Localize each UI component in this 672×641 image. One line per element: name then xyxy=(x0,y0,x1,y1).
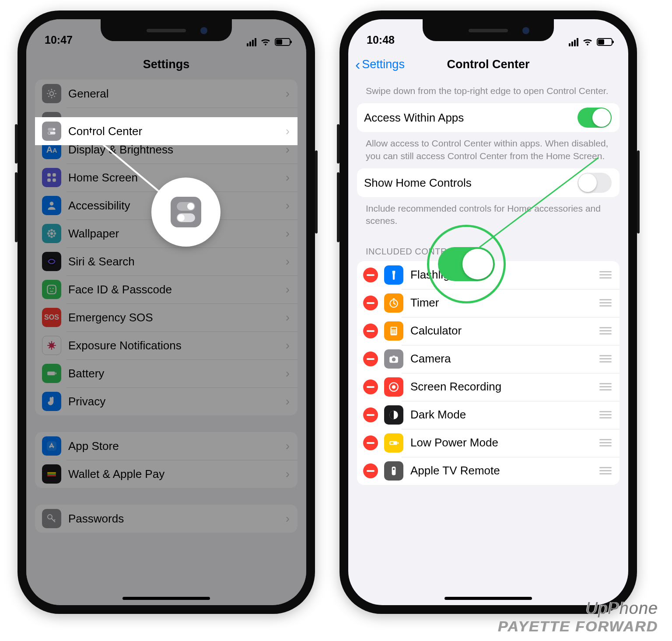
watermark-line2: PAYETTE FORWARD xyxy=(498,618,658,635)
svg-rect-5 xyxy=(47,173,51,177)
remove-button[interactable] xyxy=(363,324,378,338)
settings-row-label: Siri & Search xyxy=(68,255,286,268)
svg-rect-6 xyxy=(52,173,56,177)
svg-point-43 xyxy=(392,332,393,334)
remove-button[interactable] xyxy=(363,408,378,422)
drag-handle-icon[interactable] xyxy=(599,439,612,446)
remove-button[interactable] xyxy=(363,380,378,394)
cellular-icon xyxy=(569,38,578,46)
chevron-right-icon: › xyxy=(286,366,290,380)
flashlight-icon xyxy=(384,265,403,285)
settings-row[interactable]: General› xyxy=(35,80,298,108)
status-time: 10:47 xyxy=(45,34,73,46)
svg-rect-24 xyxy=(47,372,55,376)
settings-row[interactable]: SOSEmergency SOS› xyxy=(35,303,298,331)
battery-icon xyxy=(42,364,61,383)
record-icon xyxy=(384,377,403,397)
svg-point-35 xyxy=(48,132,50,134)
remove-button[interactable] xyxy=(363,268,378,282)
hint-text: Swipe down from the top-right edge to op… xyxy=(357,80,620,103)
drag-handle-icon[interactable] xyxy=(599,355,612,362)
svg-point-49 xyxy=(392,385,396,389)
page-title: Control Center xyxy=(447,58,530,71)
settings-row[interactable]: Control Center› xyxy=(35,117,298,145)
screen-right: 10:48 ‹ Settings Control Center Swipe do… xyxy=(348,19,628,605)
drag-handle-icon[interactable] xyxy=(599,299,612,307)
control-row[interactable]: Camera xyxy=(357,345,620,373)
hint-text: Allow access to Control Center within ap… xyxy=(357,132,620,168)
cellular-icon xyxy=(247,38,256,46)
chevron-right-icon: › xyxy=(286,124,290,138)
settings-group-3: Passwords › xyxy=(35,505,298,533)
control-row[interactable]: Calculator xyxy=(357,317,620,345)
drag-handle-icon[interactable] xyxy=(599,411,612,418)
settings-row-label: Wallet & Apple Pay xyxy=(68,467,286,481)
toggle-label: Show Home Controls xyxy=(364,176,578,190)
remove-button[interactable] xyxy=(363,352,378,366)
row-access-within-apps[interactable]: Access Within Apps xyxy=(357,103,620,132)
hint-text: Include recommended controls for Home ac… xyxy=(357,197,620,233)
status-time: 10:48 xyxy=(367,34,395,46)
switches-icon xyxy=(42,122,61,141)
svg-point-10 xyxy=(50,232,53,235)
chevron-right-icon: › xyxy=(286,199,290,213)
remove-button[interactable] xyxy=(363,296,378,310)
toggle-show-home-controls[interactable] xyxy=(578,173,612,193)
drag-handle-icon[interactable] xyxy=(599,383,612,390)
wifi-icon xyxy=(582,38,593,46)
settings-row[interactable]: Wallet & Apple Pay› xyxy=(35,460,298,488)
svg-point-55 xyxy=(393,468,395,470)
svg-point-12 xyxy=(50,236,52,238)
settings-row-label: Control Center xyxy=(68,125,286,138)
settings-row[interactable]: App Store› xyxy=(35,432,298,460)
toggle-label: Access Within Apps xyxy=(364,111,578,125)
settings-row-label: App Store xyxy=(68,439,286,453)
settings-row[interactable]: Exposure Notifications› xyxy=(35,331,298,359)
settings-row[interactable]: Privacy› xyxy=(35,387,298,415)
control-label: Screen Recording xyxy=(410,380,599,394)
chevron-right-icon: › xyxy=(286,254,290,268)
drag-handle-icon[interactable] xyxy=(599,327,612,334)
camera-icon xyxy=(384,349,403,369)
control-label: Low Power Mode xyxy=(410,436,599,449)
back-label: Settings xyxy=(362,58,405,71)
settings-row[interactable]: Siri & Search› xyxy=(35,247,298,275)
settings-row-label: Emergency SOS xyxy=(68,311,286,324)
svg-point-13 xyxy=(47,232,49,234)
back-button[interactable]: ‹ Settings xyxy=(355,57,405,72)
control-row[interactable]: Screen Recording xyxy=(357,373,620,401)
notch xyxy=(423,19,554,41)
darkmode-icon xyxy=(384,405,403,425)
settings-row-label: Privacy xyxy=(68,395,286,408)
svg-rect-54 xyxy=(392,467,396,475)
gear-icon xyxy=(42,84,61,103)
control-row[interactable]: Apple TV Remote xyxy=(357,457,620,485)
svg-rect-30 xyxy=(47,475,56,476)
control-row[interactable]: Low Power Mode xyxy=(357,429,620,457)
flower-icon xyxy=(42,224,61,243)
callout-control-center-icon xyxy=(153,179,219,245)
row-show-home-controls[interactable]: Show Home Controls xyxy=(357,168,620,197)
control-label: Camera xyxy=(410,352,599,366)
settings-row-passwords[interactable]: Passwords › xyxy=(35,505,298,533)
svg-rect-20 xyxy=(47,285,56,294)
svg-point-0 xyxy=(50,92,54,96)
person-icon xyxy=(42,196,61,215)
remove-button[interactable] xyxy=(363,463,378,478)
svg-point-9 xyxy=(50,202,54,206)
drag-handle-icon[interactable] xyxy=(599,271,612,279)
settings-row[interactable]: Battery› xyxy=(35,359,298,387)
settings-row[interactable]: Face ID & Passcode› xyxy=(35,275,298,303)
hand-icon xyxy=(42,392,61,411)
faceid-icon xyxy=(42,280,61,299)
battery-icon xyxy=(597,38,612,46)
key-icon xyxy=(42,509,61,528)
home-indicator xyxy=(122,597,210,600)
svg-point-45 xyxy=(395,332,396,334)
toggle-access-within-apps[interactable] xyxy=(578,108,612,128)
control-row[interactable]: Dark Mode xyxy=(357,401,620,429)
remove-button[interactable] xyxy=(363,435,378,450)
chevron-right-icon: › xyxy=(286,467,290,481)
drag-handle-icon[interactable] xyxy=(599,467,612,474)
control-label: Apple TV Remote xyxy=(410,464,599,477)
